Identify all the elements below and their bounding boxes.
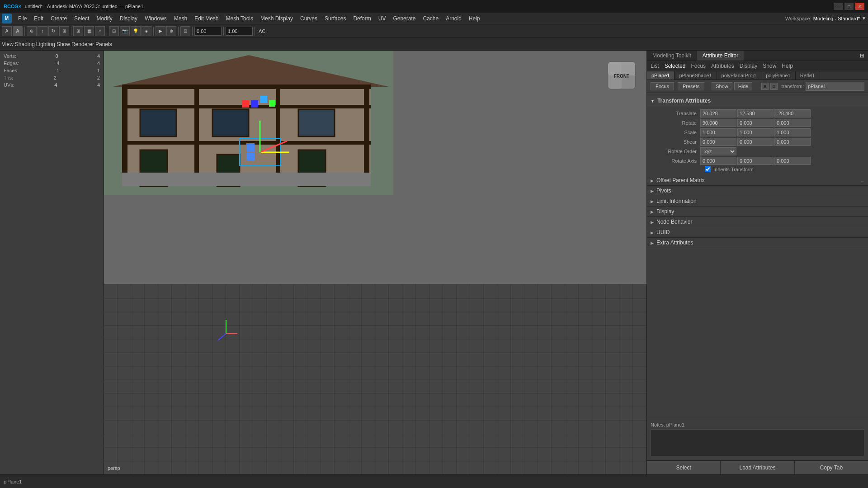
shear-y-input[interactable] bbox=[737, 138, 774, 146]
notes-textarea[interactable] bbox=[651, 429, 864, 456]
nav-tab-display[interactable]: Display bbox=[740, 63, 757, 69]
toolbar-shader-btn[interactable]: ◈ bbox=[142, 26, 151, 36]
node-tab-refmt[interactable]: RefMT bbox=[796, 71, 820, 80]
node-tab-polyplanarproj1[interactable]: polyPlanarProj1 bbox=[717, 71, 762, 80]
nav-tab-show[interactable]: Show bbox=[763, 63, 776, 69]
close-button[interactable]: ✕ bbox=[855, 3, 864, 10]
focus-button[interactable]: Focus bbox=[651, 82, 674, 90]
rotate-z-input[interactable] bbox=[774, 119, 811, 127]
translate-z-input[interactable] bbox=[774, 109, 811, 117]
menu-arnold[interactable]: Arnold bbox=[442, 14, 465, 23]
node-tab-pplaneshape1[interactable]: pPlaneShape1 bbox=[675, 71, 717, 80]
menu-modify[interactable]: Modify bbox=[93, 14, 116, 23]
nav-tab-selected[interactable]: Selected bbox=[665, 63, 686, 69]
limit-information-header[interactable]: Limit Information bbox=[647, 196, 868, 206]
node-behavior-header[interactable]: Node Behavior bbox=[647, 217, 868, 227]
rotate-y-input[interactable] bbox=[737, 119, 774, 127]
load-attributes-button[interactable]: Load Attributes bbox=[721, 461, 794, 474]
uuid-header[interactable]: UUID bbox=[647, 227, 868, 238]
menu-windows[interactable]: Windows bbox=[141, 14, 170, 23]
toolbar-smooth-btn[interactable]: ○ bbox=[95, 26, 105, 36]
menu-deform[interactable]: Deform bbox=[349, 14, 374, 23]
nav-cube[interactable]: FRONT bbox=[606, 60, 637, 91]
transform-name-input[interactable] bbox=[806, 82, 864, 91]
inherits-transform-checkbox[interactable] bbox=[705, 166, 711, 172]
shear-x-input[interactable] bbox=[700, 138, 736, 146]
vp-menu-lighting[interactable]: Lighting bbox=[36, 41, 55, 47]
minimize-button[interactable]: — bbox=[834, 3, 843, 10]
toolbar-select-btn[interactable]: A bbox=[2, 26, 12, 36]
node-icon-btn1[interactable]: ⊞ bbox=[761, 83, 769, 90]
menu-edit[interactable]: Edit bbox=[30, 14, 47, 23]
toolbar-rotate-btn[interactable]: ↻ bbox=[48, 26, 58, 36]
rotate-axis-x-input[interactable] bbox=[700, 157, 736, 165]
workspace-dropdown-icon[interactable]: ▼ bbox=[862, 16, 866, 21]
node-tab-pplane1[interactable]: pPlane1 bbox=[647, 71, 675, 80]
menu-uv[interactable]: UV bbox=[375, 14, 390, 23]
toolbar-move-btn[interactable]: ↕ bbox=[38, 26, 47, 36]
menu-generate[interactable]: Generate bbox=[389, 14, 419, 23]
tab-modeling-toolkit[interactable]: Modeling Toolkit bbox=[647, 51, 697, 61]
toolbar-select2-btn[interactable]: A bbox=[13, 26, 23, 36]
show-button[interactable]: Show bbox=[712, 82, 732, 90]
rotate-axis-y-input[interactable] bbox=[737, 157, 774, 165]
maximize-button[interactable]: □ bbox=[844, 3, 854, 10]
menu-edit-mesh[interactable]: Edit Mesh bbox=[191, 14, 222, 23]
toolbar-snap-btn[interactable]: ⊕ bbox=[27, 26, 37, 36]
node-tab-polyplane1[interactable]: polyPlane1 bbox=[761, 71, 795, 80]
scale-z-input[interactable] bbox=[774, 128, 811, 136]
copy-tab-button[interactable]: Copy Tab bbox=[795, 461, 868, 474]
translate-y-input[interactable] bbox=[737, 109, 774, 117]
tab-attribute-editor[interactable]: Attribute Editor bbox=[697, 51, 744, 61]
hide-button[interactable]: Hide bbox=[734, 82, 753, 90]
nav-tab-help[interactable]: Help bbox=[782, 63, 793, 69]
viewport[interactable]: FRONT persp bbox=[104, 51, 646, 474]
rotate-x-input[interactable] bbox=[700, 119, 736, 127]
vp-menu-show[interactable]: Show bbox=[57, 41, 70, 47]
menu-file[interactable]: File bbox=[14, 14, 30, 23]
select-button[interactable]: Select bbox=[647, 461, 721, 474]
rotate-order-select[interactable]: xyz yzx zxy xzy yxz zyx bbox=[700, 147, 736, 155]
menu-surfaces[interactable]: Surfaces bbox=[321, 14, 349, 23]
menu-select[interactable]: Select bbox=[71, 14, 93, 23]
vp-menu-shading[interactable]: Shading bbox=[15, 41, 35, 47]
toolbar-scale-btn[interactable]: ⊞ bbox=[59, 26, 69, 36]
menu-cache[interactable]: Cache bbox=[419, 14, 442, 23]
toolbar-layout-btn[interactable]: ⊟ bbox=[109, 26, 119, 36]
toolbar-grid-btn[interactable]: ⊞ bbox=[73, 26, 83, 36]
menu-create[interactable]: Create bbox=[47, 14, 71, 23]
vp-menu-renderer[interactable]: Renderer bbox=[71, 41, 94, 47]
offset-parent-matrix-header[interactable]: Offset Parent Matrix ... bbox=[647, 175, 868, 186]
menu-mesh[interactable]: Mesh bbox=[170, 14, 191, 23]
menu-help[interactable]: Help bbox=[465, 14, 484, 23]
camera-value-input[interactable] bbox=[194, 27, 222, 36]
scale-value-input[interactable] bbox=[226, 27, 253, 36]
menu-mesh-display[interactable]: Mesh Display bbox=[257, 14, 297, 23]
rotate-axis-z-input[interactable] bbox=[774, 157, 811, 165]
node-icon-btn2[interactable]: ⊡ bbox=[770, 83, 778, 90]
scale-y-input[interactable] bbox=[737, 128, 774, 136]
translate-x-input[interactable] bbox=[700, 109, 736, 117]
extra-attributes-header[interactable]: Extra Attributes bbox=[647, 238, 868, 248]
transform-attributes-header[interactable]: Transform Attributes bbox=[647, 96, 868, 106]
toolbar-light-btn[interactable]: 💡 bbox=[131, 26, 141, 36]
vp-menu-view[interactable]: View bbox=[2, 41, 14, 47]
presets-button[interactable]: Presets bbox=[678, 82, 704, 90]
toolbar-cam-btn[interactable]: 📷 bbox=[120, 26, 130, 36]
menu-mesh-tools[interactable]: Mesh Tools bbox=[222, 14, 257, 23]
scale-x-input[interactable] bbox=[700, 128, 736, 136]
toolbar-render-btn[interactable]: ▶ bbox=[156, 26, 165, 36]
ae-expand-icon[interactable]: ⊞ bbox=[856, 51, 868, 61]
nav-tab-focus[interactable]: Focus bbox=[691, 63, 706, 69]
vp-menu-panels[interactable]: Panels bbox=[95, 41, 112, 47]
toolbar-uvsnap-btn[interactable]: ⊡ bbox=[180, 26, 190, 36]
toolbar-ipr-btn[interactable]: ⊕ bbox=[166, 26, 176, 36]
nav-tab-list[interactable]: List bbox=[651, 63, 659, 69]
pivots-header[interactable]: Pivots bbox=[647, 186, 868, 196]
toolbar-wire-btn[interactable]: ▦ bbox=[84, 26, 94, 36]
nav-tab-attributes[interactable]: Attributes bbox=[711, 63, 734, 69]
shear-z-input[interactable] bbox=[774, 138, 811, 146]
display-header[interactable]: Display bbox=[647, 206, 868, 217]
menu-display[interactable]: Display bbox=[116, 14, 141, 23]
menu-curves[interactable]: Curves bbox=[297, 14, 321, 23]
